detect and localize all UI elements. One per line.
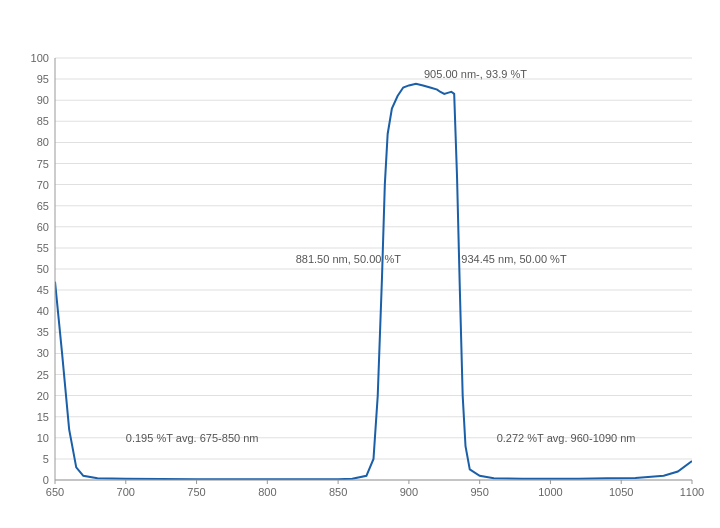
svg-text:20: 20 xyxy=(37,390,49,402)
svg-text:45: 45 xyxy=(37,284,49,296)
svg-text:30: 30 xyxy=(37,347,49,359)
chart-line xyxy=(55,84,692,479)
svg-text:75: 75 xyxy=(37,158,49,170)
chart-svg: 0510152025303540455055606570758085909510… xyxy=(55,58,692,480)
svg-text:900: 900 xyxy=(400,486,418,498)
svg-text:15: 15 xyxy=(37,411,49,423)
svg-text:950: 950 xyxy=(470,486,488,498)
svg-text:905.00 nm-, 93.9 %T: 905.00 nm-, 93.9 %T xyxy=(424,68,527,80)
svg-text:70: 70 xyxy=(37,179,49,191)
svg-text:0.195 %T avg. 675-850 nm: 0.195 %T avg. 675-850 nm xyxy=(126,432,259,444)
svg-text:100: 100 xyxy=(31,52,49,64)
svg-text:10: 10 xyxy=(37,432,49,444)
grid-lines xyxy=(55,58,692,480)
svg-text:1050: 1050 xyxy=(609,486,634,498)
svg-text:90: 90 xyxy=(37,94,49,106)
svg-text:1000: 1000 xyxy=(538,486,563,498)
svg-text:0.272 %T avg. 960-1090 nm: 0.272 %T avg. 960-1090 nm xyxy=(497,432,636,444)
y-tick-labels: 0510152025303540455055606570758085909510… xyxy=(31,52,49,486)
svg-text:65: 65 xyxy=(37,200,49,212)
svg-text:800: 800 xyxy=(258,486,276,498)
svg-text:55: 55 xyxy=(37,242,49,254)
svg-text:60: 60 xyxy=(37,221,49,233)
svg-text:750: 750 xyxy=(187,486,205,498)
svg-text:95: 95 xyxy=(37,73,49,85)
svg-text:40: 40 xyxy=(37,305,49,317)
svg-text:50: 50 xyxy=(37,263,49,275)
chart-container: 0510152025303540455055606570758085909510… xyxy=(0,0,720,528)
x-tick-labels: 650700750800850900950100010501100 xyxy=(46,480,704,498)
svg-text:700: 700 xyxy=(117,486,135,498)
svg-text:85: 85 xyxy=(37,115,49,127)
svg-text:35: 35 xyxy=(37,326,49,338)
svg-text:80: 80 xyxy=(37,136,49,148)
annotations: 905.00 nm-, 93.9 %T881.50 nm, 50.00 %T93… xyxy=(126,68,636,444)
svg-text:934.45 nm, 50.00 %T: 934.45 nm, 50.00 %T xyxy=(461,253,567,265)
svg-text:5: 5 xyxy=(43,453,49,465)
svg-text:25: 25 xyxy=(37,369,49,381)
svg-text:850: 850 xyxy=(329,486,347,498)
svg-text:1100: 1100 xyxy=(680,486,705,498)
chart-area: 0510152025303540455055606570758085909510… xyxy=(55,58,692,480)
svg-text:650: 650 xyxy=(46,486,64,498)
svg-text:0: 0 xyxy=(43,474,49,486)
svg-text:881.50 nm, 50.00 %T: 881.50 nm, 50.00 %T xyxy=(296,253,402,265)
